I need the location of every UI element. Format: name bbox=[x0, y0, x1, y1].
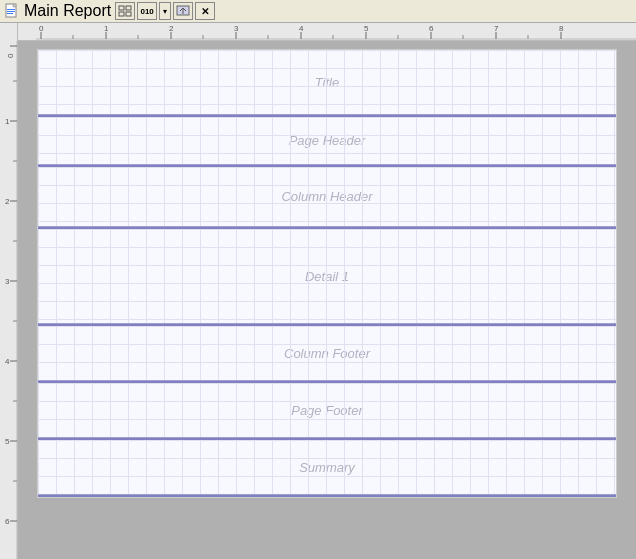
svg-text:4: 4 bbox=[5, 357, 10, 366]
ruler-mark-2: 2 bbox=[169, 24, 174, 33]
ruler-mark-6: 6 bbox=[429, 24, 434, 33]
ruler-mark-0: 0 bbox=[39, 24, 44, 33]
svg-text:0: 0 bbox=[6, 53, 15, 58]
ruler-mark-3: 3 bbox=[234, 24, 239, 33]
separator-4 bbox=[38, 324, 616, 326]
svg-text:3: 3 bbox=[5, 277, 10, 286]
titlebar-controls: 010 ▾ ✕ bbox=[115, 2, 215, 20]
ruler-top-svg: 0 1 2 3 4 5 6 7 8 bbox=[36, 23, 636, 40]
band-summary[interactable]: Summary bbox=[38, 440, 616, 495]
band-page-footer-label: Page Footer bbox=[291, 403, 363, 418]
svg-rect-8 bbox=[126, 12, 131, 16]
band-summary-label: Summary bbox=[299, 460, 355, 475]
report-canvas: Title Page Header Column Header Detail 1… bbox=[37, 49, 617, 498]
ruler-mark-1: 1 bbox=[104, 24, 109, 33]
band-column-header-label: Column Header bbox=[281, 189, 372, 204]
svg-rect-3 bbox=[7, 13, 13, 14]
content-area: 0 1 2 3 4 5 6 Title bbox=[0, 41, 636, 559]
ruler-corner bbox=[0, 23, 18, 41]
close-icon: ✕ bbox=[201, 6, 209, 17]
titlebar: Main Report 010 ▾ ✕ bbox=[0, 0, 636, 23]
svg-rect-7 bbox=[119, 12, 124, 16]
ruler-left-svg: 0 1 2 3 4 5 6 bbox=[0, 41, 18, 559]
dropdown-arrow-button[interactable]: ▾ bbox=[159, 2, 171, 20]
separator-6 bbox=[38, 438, 616, 440]
separator-1 bbox=[38, 115, 616, 117]
separator-3 bbox=[38, 227, 616, 229]
svg-text:6: 6 bbox=[5, 517, 10, 526]
code-view-button[interactable]: 010 bbox=[137, 2, 157, 20]
export-icon bbox=[176, 5, 190, 17]
band-detail-1-label: Detail 1 bbox=[305, 269, 349, 284]
ruler-mark-7: 7 bbox=[494, 24, 499, 33]
band-column-footer-label: Column Footer bbox=[284, 346, 370, 361]
svg-rect-6 bbox=[126, 6, 131, 10]
svg-rect-5 bbox=[119, 6, 124, 10]
separator-5 bbox=[38, 381, 616, 383]
ruler-mark-8: 8 bbox=[559, 24, 564, 33]
arrow-down-icon: ▾ bbox=[163, 7, 167, 16]
band-title[interactable]: Title bbox=[38, 50, 616, 115]
ruler-mark-5: 5 bbox=[364, 24, 369, 33]
band-title-label: Title bbox=[315, 75, 339, 90]
band-column-header[interactable]: Column Header bbox=[38, 167, 616, 227]
svg-text:2: 2 bbox=[5, 197, 10, 206]
export-button[interactable] bbox=[173, 2, 193, 20]
design-canvas[interactable]: Title Page Header Column Header Detail 1… bbox=[18, 41, 636, 559]
ruler-top: 0 1 2 3 4 5 6 7 8 bbox=[36, 23, 636, 41]
code-icon: 010 bbox=[140, 7, 153, 16]
separator-2 bbox=[38, 165, 616, 167]
svg-rect-1 bbox=[7, 9, 15, 10]
report-icon bbox=[4, 3, 20, 19]
band-column-footer[interactable]: Column Footer bbox=[38, 326, 616, 381]
band-page-header-label: Page Header bbox=[289, 133, 366, 148]
view-toggle-button[interactable] bbox=[115, 2, 135, 20]
band-page-footer[interactable]: Page Footer bbox=[38, 383, 616, 438]
svg-text:5: 5 bbox=[5, 437, 10, 446]
ruler-left: 0 1 2 3 4 5 6 bbox=[0, 41, 18, 559]
window-title: Main Report bbox=[24, 2, 111, 20]
close-button[interactable]: ✕ bbox=[195, 2, 215, 20]
band-page-header[interactable]: Page Header bbox=[38, 117, 616, 165]
band-detail-1[interactable]: Detail 1 bbox=[38, 229, 616, 324]
svg-rect-2 bbox=[7, 11, 15, 12]
separator-7 bbox=[38, 495, 616, 497]
ruler-mark-4: 4 bbox=[299, 24, 304, 33]
svg-text:1: 1 bbox=[5, 117, 10, 126]
